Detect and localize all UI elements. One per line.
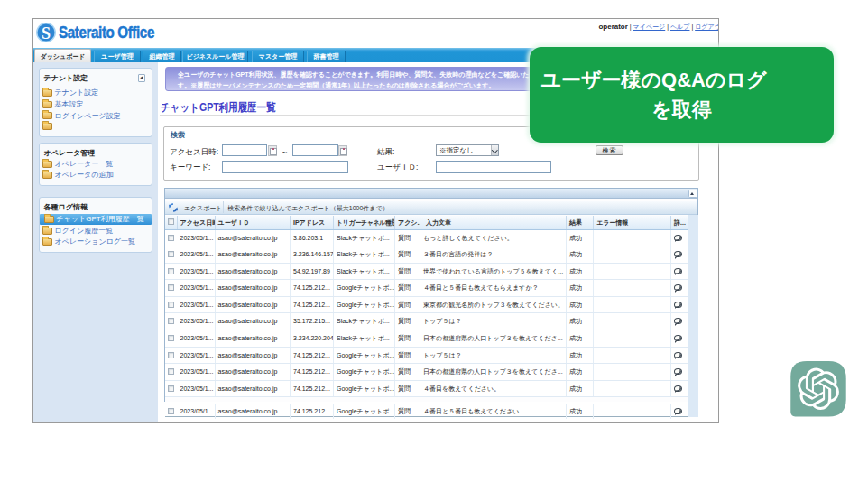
svg-text:S: S (42, 24, 51, 42)
